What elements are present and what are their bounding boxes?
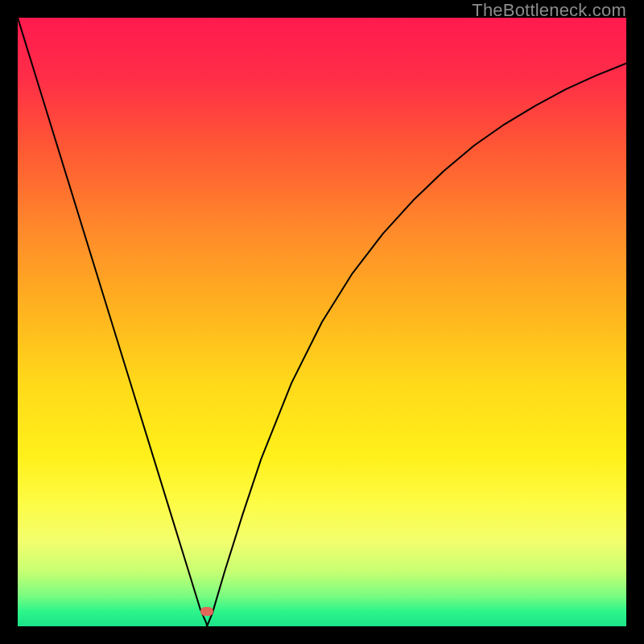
plot-frame	[18, 18, 626, 626]
optimal-point-marker	[200, 607, 213, 616]
watermark-text: TheBottleneck.com	[472, 0, 626, 21]
plot-svg	[18, 18, 626, 626]
